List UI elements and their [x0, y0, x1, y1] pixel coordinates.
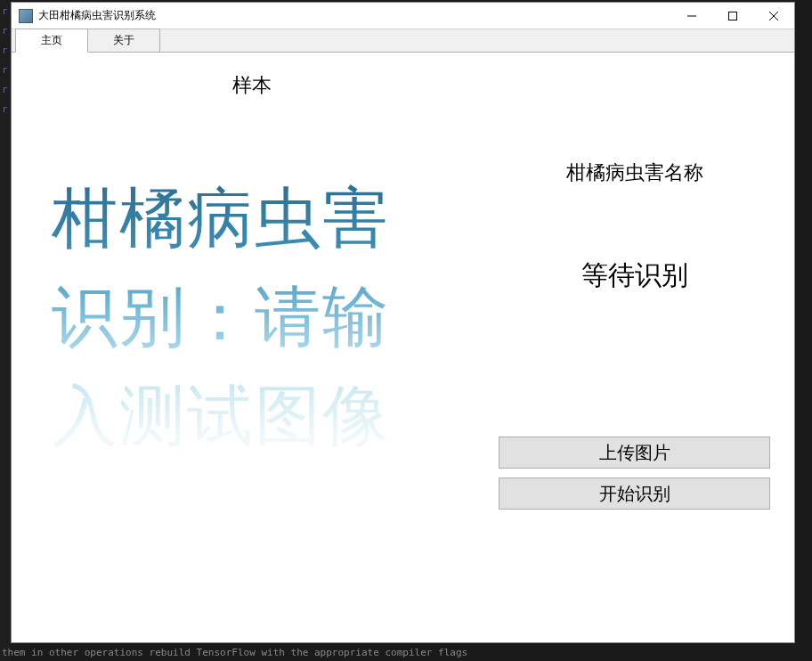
close-button[interactable]: [753, 3, 794, 29]
tab-about[interactable]: 关于: [87, 29, 160, 52]
window-controls: [671, 3, 794, 29]
placeholder-prompt-text: 柑橘病虫害识别：请输入测试图像: [52, 169, 452, 466]
minimize-icon: [687, 12, 696, 20]
upload-image-button[interactable]: 上传图片: [499, 437, 770, 469]
main-window: 大田柑橘病虫害识别系统 主页 关于 样本 柑橘病虫害识别：请输入测试图像 柑橘病…: [11, 2, 795, 643]
disease-name-label: 柑橘病虫害名称: [566, 159, 703, 186]
app-icon: [19, 9, 33, 23]
left-panel: 样本 柑橘病虫害识别：请输入测试图像: [20, 61, 483, 633]
start-recognition-button[interactable]: 开始识别: [499, 477, 770, 510]
close-icon: [769, 12, 778, 20]
maximize-button[interactable]: [712, 3, 753, 29]
maximize-icon: [728, 12, 737, 20]
sample-label: 样本: [232, 72, 272, 99]
right-panel: 柑橘病虫害名称 等待识别 上传图片 开始识别: [483, 61, 785, 633]
titlebar-left: 大田柑橘病虫害识别系统: [12, 8, 156, 23]
sample-image-display: 柑橘病虫害识别：请输入测试图像: [43, 170, 461, 464]
editor-gutter-background: r r r r r r: [0, 0, 11, 661]
window-title: 大田柑橘病虫害识别系统: [38, 8, 156, 23]
recognition-status: 等待识别: [581, 257, 688, 294]
titlebar: 大田柑橘病虫害识别系统: [12, 3, 794, 29]
minimize-button[interactable]: [671, 3, 712, 29]
tab-bar: 主页 关于: [12, 29, 794, 53]
svg-rect-1: [729, 12, 737, 20]
terminal-background-text: them in other operations rebuild TensorF…: [0, 643, 812, 661]
tab-home[interactable]: 主页: [15, 29, 88, 53]
content-area: 样本 柑橘病虫害识别：请输入测试图像 柑橘病虫害名称 等待识别 上传图片 开始识…: [12, 53, 794, 642]
button-group: 上传图片 开始识别: [499, 437, 770, 510]
